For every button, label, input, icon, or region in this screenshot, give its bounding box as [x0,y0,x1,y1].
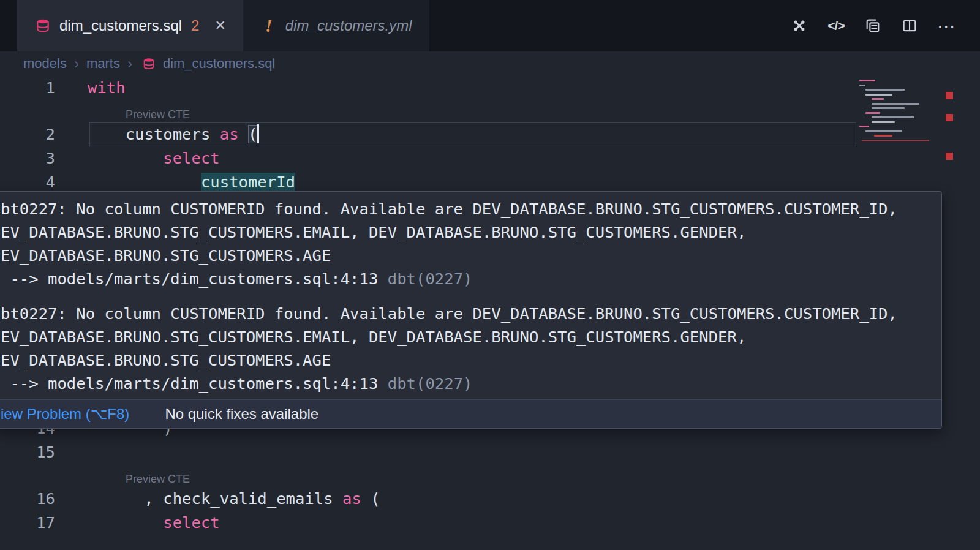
diagnostic-message: bt0227: No column CUSTOMERID found. Avai… [1,302,941,395]
code-line-15[interactable]: 15 [0,440,980,464]
breadcrumb-item-file[interactable]: dim_customers.sql [163,56,275,72]
minimap-line [859,85,865,86]
minimap-line [874,135,892,137]
codelens-row: Preview CTE [0,464,980,487]
codelens-row: Preview CTE [0,100,980,122]
minimap-line [862,140,929,141]
diagnostic-text-line: EV_DATABASE.BRUNO.STG_CUSTOMERS.EMAIL, D… [1,220,941,244]
editor-toolbar: </> ⋯ [789,0,980,51]
tab-dim-customers-yml[interactable]: ! dim_customers.yml [243,0,430,51]
more-actions-icon[interactable]: ⋯ [936,15,957,36]
code-preview-icon[interactable]: </> [826,15,846,36]
warning-icon: ! [260,17,277,34]
line-number[interactable]: 1 [0,76,55,100]
codelens-preview-cte[interactable]: Preview CTE [126,472,190,486]
minimap-line [872,121,895,123]
code-token: customers [126,125,220,143]
problem-hover: bt0227: No column CUSTOMERID found. Avai… [0,191,942,429]
view-problem-link[interactable]: iew Problem (⌥F8) [1,405,129,423]
line-number[interactable]: 16 [0,487,55,511]
diagnostic-text-line: EV_DATABASE.BRUNO.STG_CUSTOMERS.AGE [1,244,941,267]
diagnostic-text-line: EV_DATABASE.BRUNO.STG_CUSTOMERS.AGE [1,348,941,372]
diagnostic-source: dbt(0227) [378,374,472,393]
code-text: , check_valid_emails as ( [88,487,380,511]
diagnostics-list: bt0227: No column CUSTOMERID found. Avai… [0,192,941,395]
code-line-1[interactable]: 1with [0,76,980,100]
line-number[interactable]: 2 [0,122,55,146]
breadcrumb-item-models[interactable]: models [23,56,67,72]
diagnostic-location: --> models/marts/dim_customers.sql:4:13 … [1,372,941,395]
code-text: select [88,146,220,170]
minimap-line [872,116,914,118]
chevron-right-icon: › [127,55,132,72]
minimap-line [865,94,892,96]
code-token: with [88,78,126,97]
code-area-top: 1withPreview CTE2 customers as (3 select… [0,76,980,194]
hover-action-bar: iew Problem (⌥F8) No quick fixes availab… [0,399,941,428]
database-icon [34,17,51,34]
code-editor[interactable]: 1withPreview CTE2 customers as (3 select… [0,76,980,550]
code-line-3[interactable]: 3 select [0,146,980,170]
code-token: select [163,149,219,167]
tab-dim-customers-sql[interactable]: dim_customers.sql 2 ✕ [17,0,243,51]
minimap-line [859,80,875,81]
tab-bar: dim_customers.sql 2 ✕ ! dim_customers.ym… [0,0,980,51]
diagnostic-text-line: bt0227: No column CUSTOMERID found. Avai… [1,302,941,325]
code-token [88,125,126,143]
split-editor-icon[interactable] [899,15,920,36]
line-number[interactable]: 15 [0,440,55,464]
problem-count-badge: 2 [191,17,199,34]
code-token [88,513,163,532]
error-mark [946,153,953,160]
database-icon [142,57,156,70]
line-number[interactable]: 17 [0,511,55,535]
editor-window: dim_customers.sql 2 ✕ ! dim_customers.ym… [0,0,980,550]
error-mark [946,114,953,121]
code-token: ( [248,125,257,143]
code-line-16[interactable]: 16 , check_valid_emails as ( [0,487,980,511]
code-area-bottom: 14 )15Preview CTE16 , check_valid_emails… [0,416,980,535]
breadcrumb: models › marts › dim_customers.sql [0,51,980,76]
jack-icon[interactable] [789,15,810,36]
code-token: , check_valid_emails [144,489,342,508]
minimap-line [872,107,905,109]
code-token [88,489,144,508]
tab-title: dim_customers.sql [59,17,182,34]
diagnostic-location-path: --> models/marts/dim_customers.sql:4:13 [1,374,378,393]
tab-title: dim_customers.yml [285,17,412,34]
error-mark [946,92,953,99]
diagnostic-message: bt0227: No column CUSTOMERID found. Avai… [1,197,941,290]
codelens-preview-cte[interactable]: Preview CTE [126,108,190,121]
diagnostic-source: dbt(0227) [378,269,472,288]
code-text: with [88,76,126,100]
breadcrumb-item-marts[interactable]: marts [86,56,120,72]
minimap-line [872,98,884,100]
line-number[interactable]: 3 [0,146,55,170]
minimap-line [865,89,905,91]
copy-table-icon[interactable] [862,15,883,36]
diagnostic-location: --> models/marts/dim_customers.sql:4:13 … [1,267,941,290]
minimap-line [872,103,919,105]
close-icon[interactable]: ✕ [214,18,225,34]
code-token: as [220,125,239,143]
code-text: customers as ( [88,122,259,146]
code-token: ( [361,489,380,508]
minimap[interactable] [859,80,941,141]
code-token: as [342,489,361,508]
diagnostic-text-line: EV_DATABASE.BRUNO.STG_CUSTOMERS.EMAIL, D… [1,325,941,348]
minimap-line [865,112,880,114]
code-line-2[interactable]: 2 customers as ( [0,122,980,146]
minimap-line [859,126,869,127]
error-token-customerid: customerId [201,173,295,191]
minimap-line [865,130,902,132]
no-quick-fixes-label: No quick fixes available [165,405,318,423]
code-token: select [163,513,219,532]
code-token [88,149,163,167]
code-token [239,125,248,143]
chevron-right-icon: › [74,55,79,72]
code-line-17[interactable]: 17 select [0,511,980,535]
text-cursor [257,124,259,143]
diagnostic-text-line: bt0227: No column CUSTOMERID found. Avai… [1,197,941,220]
code-token [88,173,201,191]
code-text: select [88,511,220,535]
